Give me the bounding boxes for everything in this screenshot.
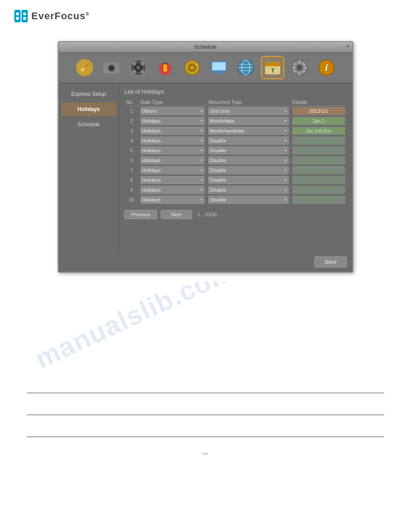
toolbar-network[interactable] xyxy=(234,56,257,79)
everfocus-logo-icon xyxy=(13,8,30,24)
date-type-cell[interactable]: OthersHolidays xyxy=(139,126,207,136)
recurrent-type-select[interactable]: One timeMonth/dateMonth/weekdayDisable xyxy=(208,196,288,204)
recurrent-type-cell[interactable]: One timeMonth/dateMonth/weekdayDisable xyxy=(206,195,290,205)
row-number: 8 xyxy=(124,175,139,185)
recurrent-type-select[interactable]: One timeMonth/dateMonth/weekdayDisable xyxy=(208,156,288,164)
date-type-select[interactable]: OthersHolidays xyxy=(141,127,205,135)
svg-rect-1 xyxy=(21,10,28,22)
sidebar-item-holidays[interactable]: Holidays xyxy=(61,103,116,116)
save-button[interactable]: Save xyxy=(314,257,347,267)
date-type-select[interactable]: OthersHolidays xyxy=(141,166,205,174)
svg-point-17 xyxy=(133,70,136,73)
recurrent-type-select[interactable]: One timeMonth/dateMonth/weekdayDisable xyxy=(208,127,288,135)
recurrent-type-cell[interactable]: One timeMonth/dateMonth/weekdayDisable xyxy=(206,146,290,155)
svg-point-43 xyxy=(296,64,303,71)
sidebar-item-express-setup[interactable]: Express Setup xyxy=(61,87,116,101)
next-button[interactable]: Next xyxy=(161,210,192,219)
date-type-select[interactable]: OthersHolidays xyxy=(141,176,205,184)
toolbar-schedule[interactable]: 7 xyxy=(261,56,284,79)
svg-text:i: i xyxy=(325,63,328,73)
svg-rect-20 xyxy=(163,64,167,72)
toolbar-display[interactable] xyxy=(207,56,231,79)
watermark-text: manualslib.com xyxy=(30,282,239,375)
toolbar-alarm[interactable] xyxy=(154,56,177,79)
svg-point-26 xyxy=(195,64,197,65)
row-number: 9 xyxy=(124,185,139,195)
recurrent-type-cell[interactable]: One timeMonth/dateMonth/weekdayDisable xyxy=(206,175,290,185)
col-header-details: Details xyxy=(291,99,347,106)
recurrent-type-select[interactable]: One timeMonth/dateMonth/weekdayDisable xyxy=(208,186,288,194)
svg-point-14 xyxy=(137,66,140,69)
recurrent-type-cell[interactable]: One timeMonth/dateMonth/weekdayDisable xyxy=(206,106,290,116)
bottom-line-3 xyxy=(27,429,384,437)
recurrent-type-cell[interactable]: One timeMonth/dateMonth/weekdayDisable xyxy=(206,165,290,175)
recurrent-type-cell[interactable]: One timeMonth/dateMonth/weekdayDisable xyxy=(206,155,290,165)
date-type-select[interactable]: OthersHolidays xyxy=(141,196,205,204)
recurrent-type-select[interactable]: One timeMonth/dateMonth/weekdayDisable xyxy=(208,137,288,145)
svg-point-16 xyxy=(141,62,144,65)
svg-point-10 xyxy=(109,66,114,70)
svg-text:7: 7 xyxy=(271,67,274,74)
main-panel: List of Holidays No. Date Type Recurrent… xyxy=(119,84,352,254)
date-type-select[interactable]: OthersHolidays xyxy=(141,156,205,164)
recurrent-type-cell[interactable]: One timeMonth/dateMonth/weekdayDisable xyxy=(206,136,290,146)
row-number: 5 xyxy=(124,146,139,155)
previous-button[interactable]: Previous xyxy=(124,210,157,219)
date-type-cell[interactable]: OthersHolidays xyxy=(139,185,207,195)
page-number: — xyxy=(0,450,411,457)
logo-text: EverFocus® xyxy=(31,10,90,22)
svg-rect-3 xyxy=(16,17,19,20)
window-title: Schedule xyxy=(194,44,217,50)
date-type-select[interactable]: OthersHolidays xyxy=(141,107,205,115)
recurrent-type-select[interactable]: One timeMonth/dateMonth/weekdayDisable xyxy=(208,176,288,184)
date-type-select[interactable]: OthersHolidays xyxy=(141,186,205,194)
row-number: 4 xyxy=(124,136,139,146)
row-number: 10 xyxy=(124,195,139,205)
row-number: 3 xyxy=(124,126,139,136)
toolbar-hdd[interactable] xyxy=(180,56,204,79)
row-number: 2 xyxy=(124,116,139,126)
details-cell: Jan.1st.Sun xyxy=(291,126,347,136)
recurrent-type-select[interactable]: One timeMonth/dateMonth/weekdayDisable xyxy=(208,117,288,125)
details-cell xyxy=(291,165,347,175)
svg-rect-47 xyxy=(304,67,307,69)
bottom-line-1 xyxy=(27,385,384,393)
toolbar-record[interactable] xyxy=(127,56,150,79)
toolbar-express-setup[interactable]: 🧹 xyxy=(73,56,96,79)
date-type-cell[interactable]: OthersHolidays xyxy=(139,155,207,165)
recurrent-type-cell[interactable]: One timeMonth/dateMonth/weekdayDisable xyxy=(206,116,290,126)
recurrent-type-cell[interactable]: One timeMonth/dateMonth/weekdayDisable xyxy=(206,185,290,195)
recurrent-type-cell[interactable]: One timeMonth/dateMonth/weekdayDisable xyxy=(206,126,290,136)
pagination-bar: Previous Next 1 - 10/30 xyxy=(124,208,347,221)
bottom-lines xyxy=(0,385,411,437)
toolbar: 🧹 xyxy=(59,52,352,84)
date-type-cell[interactable]: OthersHolidays xyxy=(139,116,207,126)
svg-rect-46 xyxy=(292,67,295,69)
sidebar-item-schedule[interactable]: Schedule xyxy=(61,118,116,131)
date-type-cell[interactable]: OthersHolidays xyxy=(139,106,207,116)
toolbar-settings[interactable] xyxy=(288,56,311,79)
page-info: 1 - 10/30 xyxy=(197,212,217,217)
recurrent-type-select[interactable]: One timeMonth/dateMonth/weekdayDisable xyxy=(208,146,288,154)
details-cell xyxy=(291,185,347,195)
toolbar-camera[interactable] xyxy=(100,56,123,79)
recurrent-type-select[interactable]: One timeMonth/dateMonth/weekdayDisable xyxy=(208,107,288,115)
svg-point-25 xyxy=(190,66,194,69)
date-type-select[interactable]: OthersHolidays xyxy=(141,117,205,125)
date-type-cell[interactable]: OthersHolidays xyxy=(139,195,207,205)
close-button[interactable]: ✕ xyxy=(346,43,350,49)
col-header-date-type: Date Type xyxy=(139,99,207,106)
col-header-no: No. xyxy=(124,99,139,106)
date-type-select[interactable]: OthersHolidays xyxy=(141,137,205,145)
recurrent-type-select[interactable]: One timeMonth/dateMonth/weekdayDisable xyxy=(208,166,288,174)
toolbar-info[interactable]: i xyxy=(315,56,338,79)
date-type-select[interactable]: OthersHolidays xyxy=(141,146,205,154)
detail-field xyxy=(292,176,345,184)
date-type-cell[interactable]: OthersHolidays xyxy=(139,175,207,185)
table-row: 4OthersHolidaysOne timeMonth/dateMonth/w… xyxy=(124,136,347,146)
date-type-cell[interactable]: OthersHolidays xyxy=(139,146,207,155)
content-area: Express Setup Holidays Schedule List of … xyxy=(59,84,352,254)
svg-point-15 xyxy=(133,62,136,65)
date-type-cell[interactable]: OthersHolidays xyxy=(139,165,207,175)
date-type-cell[interactable]: OthersHolidays xyxy=(139,136,207,146)
